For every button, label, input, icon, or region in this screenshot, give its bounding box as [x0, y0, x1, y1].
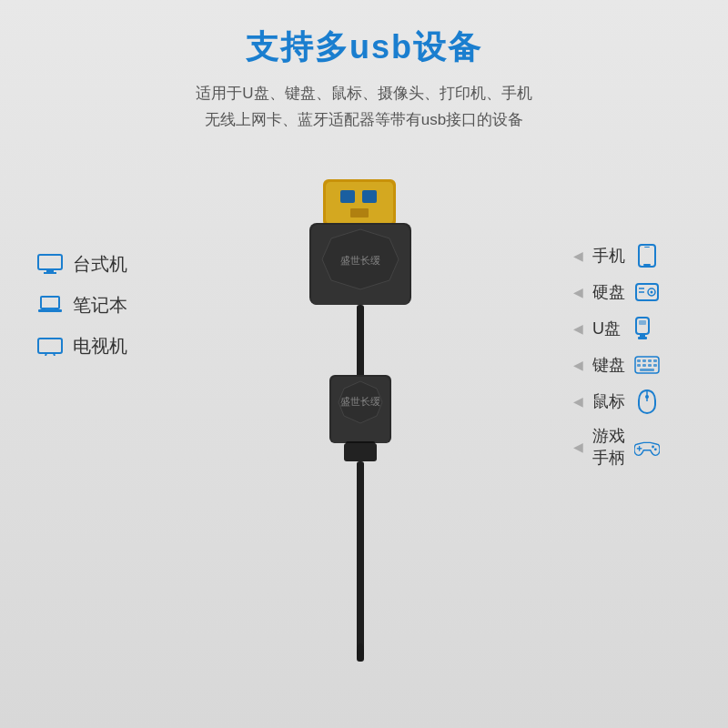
subtitle-line1: 适用于U盘、键盘、鼠标、摄像头、打印机、手机	[36, 81, 692, 107]
svg-rect-46	[648, 364, 652, 367]
tv-icon	[36, 336, 64, 356]
udisk-icon	[630, 316, 655, 341]
svg-rect-13	[350, 208, 369, 217]
page: 支持多usb设备 适用于U盘、键盘、鼠标、摄像头、打印机、手机 无线上网卡、蓝牙…	[0, 0, 728, 728]
arrow-hdd: ◀	[573, 285, 583, 299]
svg-rect-44	[637, 364, 641, 367]
content-area: 台式机 笔记本	[0, 143, 728, 728]
arrow-gamepad: ◀	[573, 440, 583, 454]
svg-rect-42	[648, 359, 652, 362]
svg-rect-6	[38, 339, 62, 353]
gamepad-icon	[634, 434, 660, 460]
arrow-udisk: ◀	[573, 321, 583, 336]
svg-point-50	[645, 395, 649, 399]
svg-rect-4	[38, 309, 62, 312]
mouse-icon	[634, 389, 660, 414]
label-tv: 电视机	[36, 334, 182, 359]
svg-rect-48	[640, 369, 654, 371]
right-item-gamepad: ◀ 游戏 手柄	[573, 425, 728, 469]
svg-rect-1	[46, 269, 54, 272]
cable-illustration: 盛世长缓 盛世长缓	[182, 161, 564, 671]
header-section: 支持多usb设备 适用于U盘、键盘、鼠标、摄像头、打印机、手机 无线上网卡、蓝牙…	[0, 0, 728, 143]
right-item-phone: ◀ 手机	[573, 243, 728, 268]
svg-rect-41	[642, 359, 646, 362]
svg-rect-37	[640, 334, 645, 337]
svg-rect-12	[362, 190, 377, 203]
svg-rect-18	[357, 305, 364, 378]
svg-rect-25	[357, 461, 364, 662]
svg-rect-40	[637, 359, 641, 362]
hdd-label: 硬盘	[592, 281, 625, 303]
subtitle: 适用于U盘、键盘、鼠标、摄像头、打印机、手机 无线上网卡、蓝牙适配器等带有usb…	[36, 81, 692, 134]
laptop-icon	[36, 295, 64, 315]
arrow-keyboard: ◀	[573, 358, 583, 372]
mouse-label: 鼠标	[592, 390, 625, 412]
svg-point-26	[357, 643, 364, 662]
svg-rect-24	[344, 443, 377, 461]
svg-rect-11	[340, 190, 355, 203]
arrow-phone: ◀	[573, 248, 583, 263]
svg-rect-0	[38, 255, 62, 269]
right-item-mouse: ◀ 鼠标	[573, 389, 728, 414]
right-labels: ◀ 手机 ◀ 硬盘	[564, 161, 728, 469]
svg-rect-3	[41, 297, 59, 308]
arrow-mouse: ◀	[573, 394, 583, 409]
left-labels: 台式机 笔记本	[0, 161, 182, 359]
svg-point-54	[654, 448, 657, 450]
svg-rect-10	[326, 182, 393, 224]
svg-text:盛世长缓: 盛世长缓	[340, 255, 380, 266]
svg-point-53	[652, 445, 654, 448]
svg-rect-45	[642, 364, 646, 367]
svg-rect-28	[643, 264, 651, 266]
gamepad-label: 游戏 手柄	[592, 425, 625, 469]
cable-svg: 盛世长缓 盛世长缓	[255, 161, 491, 671]
svg-rect-36	[639, 320, 646, 325]
label-desktop: 台式机	[36, 252, 182, 277]
phone-label: 手机	[592, 245, 625, 267]
label-laptop: 笔记本	[36, 293, 182, 318]
keyboard-label: 键盘	[592, 354, 625, 376]
right-item-keyboard: ◀ 键盘	[573, 352, 728, 378]
phone-icon	[634, 243, 660, 268]
svg-text:盛世长缓: 盛世长缓	[340, 396, 380, 407]
svg-rect-5	[46, 308, 55, 309]
svg-rect-29	[644, 247, 650, 248]
monitor-icon	[36, 254, 64, 274]
svg-rect-38	[638, 337, 647, 339]
main-title: 支持多usb设备	[36, 25, 692, 70]
desktop-label: 台式机	[73, 252, 127, 277]
right-item-hdd: ◀ 硬盘	[573, 279, 728, 305]
svg-rect-27	[639, 245, 655, 267]
laptop-label: 笔记本	[73, 293, 127, 318]
hdd-icon	[634, 279, 660, 305]
svg-line-7	[46, 353, 46, 356]
svg-rect-43	[653, 359, 657, 362]
svg-point-32	[651, 290, 653, 293]
subtitle-line2: 无线上网卡、蓝牙适配器等带有usb接口的设备	[36, 107, 692, 134]
svg-line-8	[54, 353, 55, 356]
keyboard-icon	[634, 352, 660, 378]
svg-rect-35	[636, 318, 649, 334]
right-item-udisk: ◀ U盘	[573, 316, 728, 341]
tv-label: 电视机	[73, 334, 127, 359]
svg-rect-47	[653, 364, 657, 367]
udisk-label: U盘	[592, 318, 621, 339]
